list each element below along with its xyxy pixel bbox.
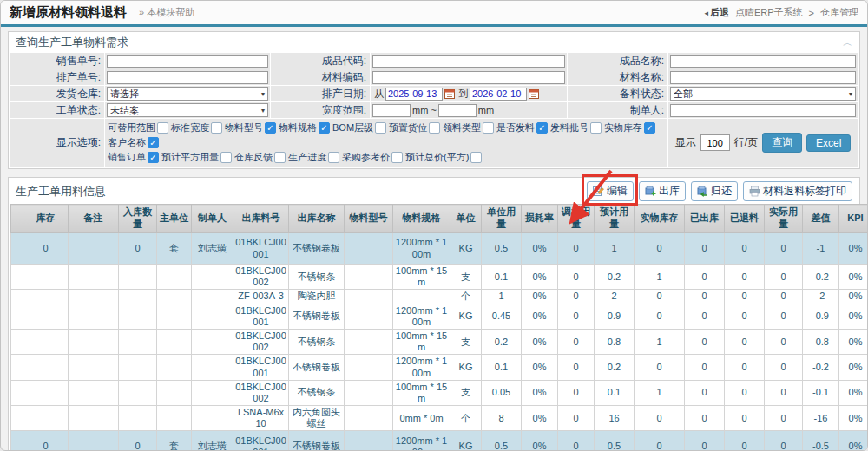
cell <box>119 380 157 405</box>
table-row[interactable]: 01BKLCJ00002不锈钢条100mm * 15m支0.10%00.2100… <box>11 265 868 290</box>
sales-no-input[interactable] <box>107 55 268 68</box>
product-name-input[interactable] <box>670 55 856 68</box>
checkbox-unchecked[interactable] <box>391 152 403 163</box>
checkbox-unchecked[interactable] <box>429 122 440 134</box>
order-status-select[interactable]: 未结案▾ <box>107 103 268 117</box>
column-header: 入库数量 <box>119 205 157 233</box>
table-row[interactable]: 00套刘志璜01BKLCJ00001不锈钢卷板1200mm * 100mKG0.… <box>11 233 868 265</box>
product-code-input[interactable] <box>372 55 565 68</box>
breadcrumb-system[interactable]: 点晴ERP子系统 <box>735 6 803 19</box>
table-body: 00套刘志璜01BKLCJ00001不锈钢卷板1200mm * 100mKG0.… <box>11 233 868 451</box>
calendar-icon[interactable] <box>444 88 455 99</box>
checkbox-unchecked[interactable] <box>274 152 286 163</box>
cell <box>69 233 119 265</box>
cell <box>192 355 233 380</box>
breadcrumb-separator: > <box>809 8 814 18</box>
cell <box>345 304 393 329</box>
table-row[interactable]: 01BKLCJ00001不锈钢卷板1200mm * 100mKG0.10%00.… <box>11 355 868 380</box>
cell: 0 <box>635 431 685 451</box>
return-button[interactable]: 归还 <box>691 181 738 201</box>
cell <box>192 290 233 304</box>
display-option: 领料类型 <box>443 121 494 134</box>
page-size-input[interactable] <box>700 134 730 151</box>
cell <box>69 304 119 329</box>
checkbox-unchecked[interactable] <box>211 122 222 134</box>
cell <box>192 406 233 431</box>
cell: 0% <box>839 380 868 405</box>
display-option-label: 物料规格 <box>279 121 317 134</box>
display-option: 仓库反馈 <box>234 151 286 164</box>
schedule-no-input[interactable] <box>107 71 268 84</box>
cell: 支 <box>450 329 482 354</box>
module-help-link[interactable]: » 本模块帮助 <box>139 6 194 19</box>
checkbox-unchecked[interactable] <box>590 122 602 134</box>
outbound-button[interactable]: 出库 <box>639 181 686 201</box>
cell: 0 <box>765 355 803 380</box>
cell <box>345 233 393 265</box>
checkbox-checked[interactable]: ✓ <box>644 122 655 134</box>
query-button[interactable]: 查询 <box>762 133 802 153</box>
cell <box>11 329 23 354</box>
checkbox-unchecked[interactable] <box>220 152 232 163</box>
table-row[interactable]: 01BKLCJ00002不锈钢条100mm * 15m支0.20%00.8100… <box>11 329 868 354</box>
material-code-input[interactable] <box>372 71 565 84</box>
checkbox-unchecked[interactable] <box>470 152 482 163</box>
cell: 0% <box>522 265 558 290</box>
cell: 01BKLCJ00001 <box>233 304 289 329</box>
width-to-input[interactable] <box>438 104 477 117</box>
cell: 8 <box>482 406 522 431</box>
checkbox-checked[interactable]: ✓ <box>319 122 330 134</box>
warehouse-select[interactable]: 请选择▾ <box>107 87 268 101</box>
checkbox-checked[interactable]: ✓ <box>148 152 159 163</box>
checkbox-unchecked[interactable] <box>157 122 168 134</box>
calendar-icon[interactable] <box>529 88 539 99</box>
width-from-input[interactable] <box>372 104 411 117</box>
cell: 0.2 <box>595 265 635 290</box>
table-row[interactable]: 00套刘志璜01BKLCJ00001不锈钢卷板1200mm * 100mKG0.… <box>11 431 868 451</box>
cell: 0.05 <box>482 380 522 405</box>
cell: 0 <box>635 406 685 431</box>
display-option: 预置货位 <box>389 121 440 134</box>
checkbox-checked[interactable]: ✓ <box>265 122 276 134</box>
cell: -1 <box>803 233 839 265</box>
cell: 不锈钢卷板 <box>289 431 345 451</box>
checkbox-checked[interactable]: ✓ <box>148 137 159 148</box>
cell: 0.45 <box>482 304 522 329</box>
cell: 2 <box>595 290 635 304</box>
maker-input[interactable] <box>670 104 856 117</box>
table-row[interactable]: 01BKLCJ00002不锈钢条100mm * 15m支0.050%00.110… <box>11 380 868 405</box>
cell <box>119 329 157 354</box>
display-option: 发料批号 <box>550 121 602 134</box>
cell: 0 <box>685 329 725 354</box>
cell <box>345 355 393 380</box>
checkbox-unchecked[interactable] <box>375 122 386 134</box>
cell: 0 <box>725 380 765 405</box>
checkbox-unchecked[interactable] <box>328 152 339 163</box>
edit-button[interactable]: 编辑 <box>587 181 634 201</box>
stock-status-select[interactable]: 全部▾ <box>670 87 856 101</box>
checkbox-checked[interactable]: ✓ <box>536 122 548 134</box>
cell <box>345 380 393 405</box>
cell: ZF-003A-3 <box>233 290 289 304</box>
page-size-suffix: 行/页 <box>734 135 758 150</box>
stock-status-label: 备料状态: <box>568 86 667 101</box>
cell: 0 <box>765 329 803 354</box>
cell: 0 <box>765 265 803 290</box>
cell: 0 <box>558 431 595 451</box>
material-name-input[interactable] <box>670 71 856 84</box>
display-option-label: 预计总价(平方) <box>405 151 469 164</box>
result-panel-title: 生产工单用料信息 <box>16 184 106 199</box>
table-row[interactable]: 01BKLCJ00001不锈钢卷板1200mm * 100mKG0.450%00… <box>11 304 868 329</box>
print-label-button[interactable]: 材料退料标签打印 <box>743 181 852 201</box>
date-from-input[interactable] <box>385 88 443 101</box>
result-controls: 显示 行/页 查询 Excel <box>668 119 858 167</box>
back-button[interactable]: ◂后退 <box>704 6 729 19</box>
table-row[interactable]: LSNA-M6x10内六角圆头螺丝0mm * 0m个80%0160000-160… <box>11 406 868 431</box>
checkbox-unchecked[interactable] <box>483 122 494 134</box>
date-to-input[interactable] <box>470 88 527 101</box>
excel-button[interactable]: Excel <box>806 134 851 152</box>
collapse-chevron-icon[interactable]: ︿ <box>843 38 852 47</box>
breadcrumb-warehouse[interactable]: 仓库管理 <box>820 6 858 19</box>
table-row[interactable]: ZF-003A-3陶瓷内胆个10%020000-20% <box>11 290 868 304</box>
cell: 0 <box>119 431 157 451</box>
